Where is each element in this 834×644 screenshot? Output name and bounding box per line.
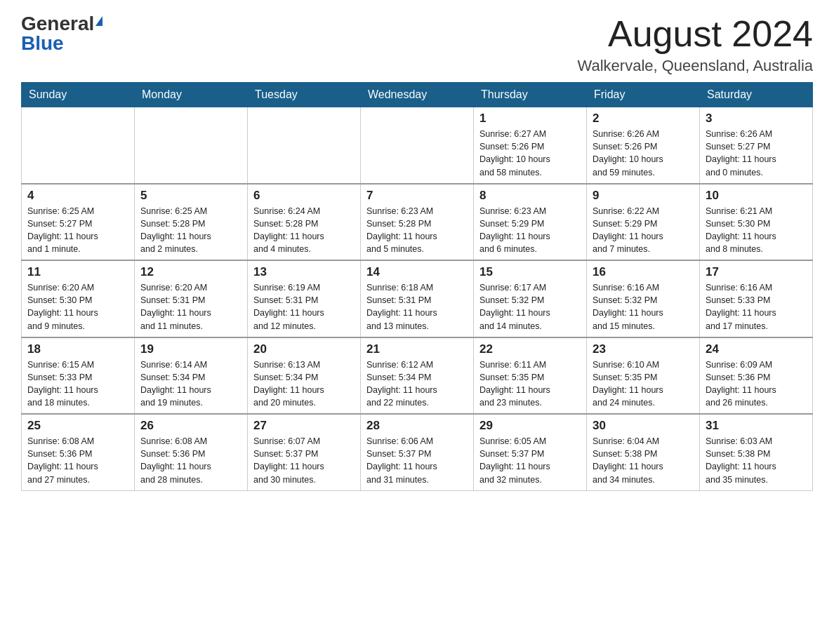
- calendar-cell: 23Sunrise: 6:10 AM Sunset: 5:35 PM Dayli…: [587, 337, 700, 415]
- day-info: Sunrise: 6:03 AM Sunset: 5:38 PM Dayligh…: [706, 435, 807, 486]
- day-number: 13: [253, 265, 355, 279]
- day-number: 17: [706, 265, 807, 279]
- day-number: 19: [140, 342, 241, 356]
- day-info: Sunrise: 6:20 AM Sunset: 5:30 PM Dayligh…: [27, 281, 128, 333]
- calendar-table: SundayMondayTuesdayWednesdayThursdayFrid…: [21, 82, 813, 491]
- day-number: 9: [593, 189, 694, 203]
- page-header: General Blue August 2024 Walkervale, Que…: [21, 14, 813, 75]
- calendar-week-1: 1Sunrise: 6:27 AM Sunset: 5:26 PM Daylig…: [22, 107, 813, 184]
- calendar-header-tuesday: Tuesday: [248, 83, 361, 107]
- day-info: Sunrise: 6:13 AM Sunset: 5:34 PM Dayligh…: [253, 358, 355, 410]
- calendar-header-row: SundayMondayTuesdayWednesdayThursdayFrid…: [22, 83, 813, 107]
- day-number: 26: [140, 419, 241, 433]
- day-number: 10: [706, 189, 807, 203]
- calendar-cell: 28Sunrise: 6:06 AM Sunset: 5:37 PM Dayli…: [361, 414, 474, 490]
- calendar-cell: 26Sunrise: 6:08 AM Sunset: 5:36 PM Dayli…: [135, 414, 248, 490]
- day-number: 12: [140, 265, 241, 279]
- day-info: Sunrise: 6:23 AM Sunset: 5:28 PM Dayligh…: [366, 205, 468, 256]
- day-number: 21: [366, 342, 468, 356]
- calendar-cell: 18Sunrise: 6:15 AM Sunset: 5:33 PM Dayli…: [22, 337, 135, 415]
- day-number: 14: [366, 265, 468, 279]
- day-info: Sunrise: 6:21 AM Sunset: 5:30 PM Dayligh…: [706, 205, 807, 256]
- calendar-cell: 27Sunrise: 6:07 AM Sunset: 5:37 PM Dayli…: [248, 414, 361, 490]
- day-info: Sunrise: 6:26 AM Sunset: 5:26 PM Dayligh…: [593, 128, 694, 179]
- title-section: August 2024 Walkervale, Queensland, Aust…: [578, 14, 813, 75]
- calendar-cell: 22Sunrise: 6:11 AM Sunset: 5:35 PM Dayli…: [474, 337, 587, 415]
- day-info: Sunrise: 6:15 AM Sunset: 5:33 PM Dayligh…: [27, 358, 128, 410]
- calendar-cell: 6Sunrise: 6:24 AM Sunset: 5:28 PM Daylig…: [248, 184, 361, 261]
- calendar-cell: 24Sunrise: 6:09 AM Sunset: 5:36 PM Dayli…: [700, 337, 813, 415]
- day-info: Sunrise: 6:26 AM Sunset: 5:27 PM Dayligh…: [706, 128, 807, 179]
- calendar-header-friday: Friday: [587, 83, 700, 107]
- calendar-cell: [22, 107, 135, 184]
- calendar-cell: 19Sunrise: 6:14 AM Sunset: 5:34 PM Dayli…: [135, 337, 248, 415]
- calendar-cell: 29Sunrise: 6:05 AM Sunset: 5:37 PM Dayli…: [474, 414, 587, 490]
- day-info: Sunrise: 6:12 AM Sunset: 5:34 PM Dayligh…: [366, 358, 468, 410]
- calendar-header-wednesday: Wednesday: [361, 83, 474, 107]
- calendar-header-sunday: Sunday: [22, 83, 135, 107]
- calendar-week-3: 11Sunrise: 6:20 AM Sunset: 5:30 PM Dayli…: [22, 260, 813, 337]
- calendar-cell: 3Sunrise: 6:26 AM Sunset: 5:27 PM Daylig…: [700, 107, 813, 184]
- calendar-cell: 30Sunrise: 6:04 AM Sunset: 5:38 PM Dayli…: [587, 414, 700, 490]
- logo: General Blue: [21, 14, 102, 53]
- day-number: 8: [479, 189, 581, 203]
- day-info: Sunrise: 6:27 AM Sunset: 5:26 PM Dayligh…: [479, 128, 581, 179]
- day-number: 27: [253, 419, 355, 433]
- day-info: Sunrise: 6:10 AM Sunset: 5:35 PM Dayligh…: [593, 358, 694, 410]
- day-info: Sunrise: 6:07 AM Sunset: 5:37 PM Dayligh…: [253, 435, 355, 486]
- day-info: Sunrise: 6:14 AM Sunset: 5:34 PM Dayligh…: [140, 358, 241, 410]
- day-number: 15: [479, 265, 581, 279]
- calendar-cell: [361, 107, 474, 184]
- day-number: 23: [593, 342, 694, 356]
- day-info: Sunrise: 6:20 AM Sunset: 5:31 PM Dayligh…: [140, 281, 241, 333]
- day-info: Sunrise: 6:25 AM Sunset: 5:27 PM Dayligh…: [27, 205, 128, 256]
- day-info: Sunrise: 6:08 AM Sunset: 5:36 PM Dayligh…: [27, 435, 128, 486]
- calendar-cell: 10Sunrise: 6:21 AM Sunset: 5:30 PM Dayli…: [700, 184, 813, 261]
- day-number: 4: [27, 189, 128, 203]
- day-number: 5: [140, 189, 241, 203]
- day-info: Sunrise: 6:23 AM Sunset: 5:29 PM Dayligh…: [479, 205, 581, 256]
- day-info: Sunrise: 6:11 AM Sunset: 5:35 PM Dayligh…: [479, 358, 581, 410]
- calendar-week-5: 25Sunrise: 6:08 AM Sunset: 5:36 PM Dayli…: [22, 414, 813, 490]
- day-info: Sunrise: 6:05 AM Sunset: 5:37 PM Dayligh…: [479, 435, 581, 486]
- logo-blue-text: Blue: [21, 34, 64, 53]
- day-number: 29: [479, 419, 581, 433]
- day-number: 16: [593, 265, 694, 279]
- day-number: 24: [706, 342, 807, 356]
- day-number: 18: [27, 342, 128, 356]
- day-number: 7: [366, 189, 468, 203]
- day-number: 2: [593, 112, 694, 126]
- day-number: 31: [706, 419, 807, 433]
- calendar-cell: 15Sunrise: 6:17 AM Sunset: 5:32 PM Dayli…: [474, 260, 587, 337]
- calendar-cell: 20Sunrise: 6:13 AM Sunset: 5:34 PM Dayli…: [248, 337, 361, 415]
- day-info: Sunrise: 6:08 AM Sunset: 5:36 PM Dayligh…: [140, 435, 241, 486]
- day-number: 20: [253, 342, 355, 356]
- location-text: Walkervale, Queensland, Australia: [578, 57, 813, 75]
- calendar-cell: 1Sunrise: 6:27 AM Sunset: 5:26 PM Daylig…: [474, 107, 587, 184]
- day-number: 22: [479, 342, 581, 356]
- calendar-cell: 31Sunrise: 6:03 AM Sunset: 5:38 PM Dayli…: [700, 414, 813, 490]
- calendar-cell: 9Sunrise: 6:22 AM Sunset: 5:29 PM Daylig…: [587, 184, 700, 261]
- calendar-cell: 25Sunrise: 6:08 AM Sunset: 5:36 PM Dayli…: [22, 414, 135, 490]
- calendar-cell: 14Sunrise: 6:18 AM Sunset: 5:31 PM Dayli…: [361, 260, 474, 337]
- calendar-cell: 5Sunrise: 6:25 AM Sunset: 5:28 PM Daylig…: [135, 184, 248, 261]
- day-info: Sunrise: 6:17 AM Sunset: 5:32 PM Dayligh…: [479, 281, 581, 333]
- calendar-header-thursday: Thursday: [474, 83, 587, 107]
- calendar-cell: [248, 107, 361, 184]
- day-number: 6: [253, 189, 355, 203]
- calendar-cell: 16Sunrise: 6:16 AM Sunset: 5:32 PM Dayli…: [587, 260, 700, 337]
- logo-general-text: General: [21, 14, 94, 34]
- day-info: Sunrise: 6:24 AM Sunset: 5:28 PM Dayligh…: [253, 205, 355, 256]
- logo-triangle-icon: [95, 16, 102, 26]
- calendar-cell: [135, 107, 248, 184]
- day-info: Sunrise: 6:22 AM Sunset: 5:29 PM Dayligh…: [593, 205, 694, 256]
- calendar-cell: 21Sunrise: 6:12 AM Sunset: 5:34 PM Dayli…: [361, 337, 474, 415]
- day-info: Sunrise: 6:19 AM Sunset: 5:31 PM Dayligh…: [253, 281, 355, 333]
- day-number: 30: [593, 419, 694, 433]
- month-title: August 2024: [578, 14, 813, 54]
- day-info: Sunrise: 6:18 AM Sunset: 5:31 PM Dayligh…: [366, 281, 468, 333]
- calendar-header-saturday: Saturday: [700, 83, 813, 107]
- calendar-cell: 17Sunrise: 6:16 AM Sunset: 5:33 PM Dayli…: [700, 260, 813, 337]
- day-number: 3: [706, 112, 807, 126]
- day-number: 25: [27, 419, 128, 433]
